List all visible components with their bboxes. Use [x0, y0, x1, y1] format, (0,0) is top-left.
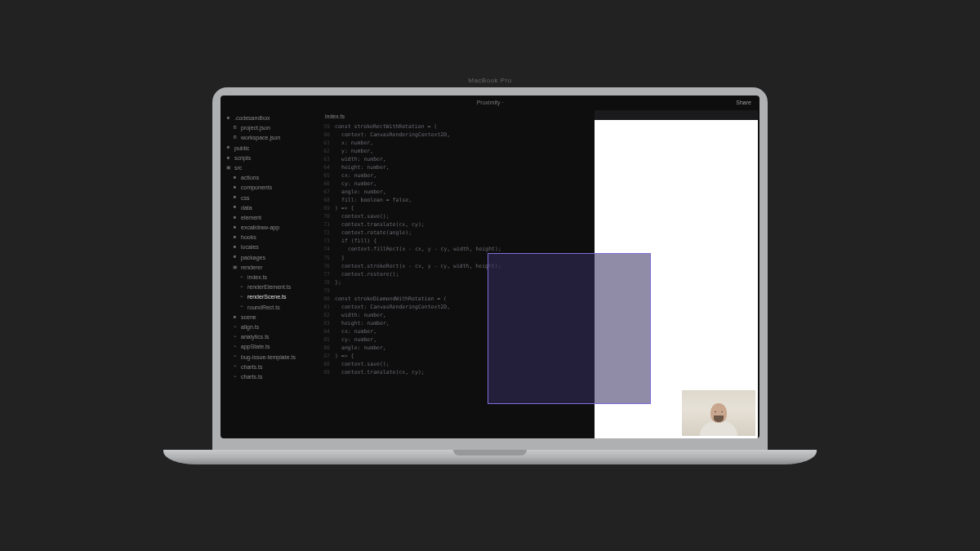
line-number: 70 [318, 212, 335, 220]
code-line[interactable]: 88context.save(); [318, 360, 595, 368]
line-text: const strokeRectWithRotation = ( [335, 122, 437, 131]
file-tree-item[interactable]: ■data [225, 202, 314, 212]
file-tree-item[interactable]: ⌁align.ts [225, 322, 314, 331]
file-tree-label: project.json [241, 123, 270, 132]
code-line[interactable]: 83height: number, [318, 319, 595, 327]
file-tree-item[interactable]: ⌁bug-issue-template.ts [225, 352, 314, 362]
file-tree-item[interactable]: ■scene [225, 312, 314, 322]
file-tree-item[interactable]: 🗎workspace.json [225, 133, 314, 143]
line-text: angle: number, [335, 344, 386, 352]
folder-icon: ■ [232, 255, 238, 260]
file-tree-item[interactable]: ⌁charts.ts [225, 371, 314, 381]
line-number: 79 [318, 287, 335, 295]
file-tree-item[interactable]: ■scripts [225, 153, 314, 162]
file-tree-item[interactable]: ■element [225, 212, 314, 222]
code-line[interactable]: 86angle: number, [318, 344, 595, 352]
code-line[interactable]: 68fill: boolean = false, [318, 196, 595, 204]
file-tree-label: actions [241, 173, 259, 182]
file-tree-item[interactable]: ■public [225, 143, 314, 153]
code-lines[interactable]: 59const strokeRectWithRotation = (60cont… [318, 122, 595, 377]
code-line[interactable]: 69) => { [318, 204, 595, 212]
file-tree-item[interactable]: ■packages [225, 252, 314, 262]
file-tree-label: packages [241, 253, 265, 262]
code-line[interactable]: 76context.strokeRect(x - cx, y - cy, wid… [318, 262, 595, 270]
code-line[interactable]: 59const strokeRectWithRotation = ( [318, 122, 595, 131]
line-text: context.strokeRect(x - cx, y - cy, width… [335, 262, 501, 270]
line-number: 59 [318, 122, 335, 131]
file-tree-item[interactable]: ■css [225, 193, 314, 202]
code-line[interactable]: 70context.save(); [318, 212, 595, 220]
line-number: 82 [318, 311, 335, 319]
code-line[interactable]: 60context: CanvasRenderingContext2D, [318, 131, 595, 139]
code-line[interactable]: 77context.restore(); [318, 270, 595, 278]
file-tree-item[interactable]: ■components [225, 183, 314, 193]
code-line[interactable]: 81context: CanvasRenderingContext2D, [318, 303, 595, 311]
file-tree-item[interactable]: ▣renderer [225, 262, 314, 272]
file-tree-item[interactable]: ⌁analytics.ts [225, 332, 314, 342]
file-tree-item[interactable]: ⌁charts.ts [225, 362, 314, 371]
line-number: 68 [318, 196, 335, 204]
code-line[interactable]: 61x: number, [318, 139, 595, 147]
line-number: 76 [318, 262, 335, 270]
code-line[interactable]: 65cx: number, [318, 171, 595, 180]
code-line[interactable]: 73if (fill) { [318, 237, 595, 245]
line-text: context.translate(cx, cy); [335, 220, 425, 229]
code-line[interactable]: 89context.translate(cx, cy); [318, 368, 595, 376]
line-number: 61 [318, 139, 335, 147]
share-button[interactable]: Share [702, 100, 751, 105]
code-line[interactable]: 63width: number, [318, 155, 595, 163]
file-tree-item[interactable]: 🗎project.json [225, 123, 314, 133]
folder-icon: ■ [232, 195, 238, 201]
ts-file-icon: ⌁ [232, 374, 238, 380]
file-tree-item[interactable]: ■hooks [225, 233, 314, 242]
file-tree-item[interactable]: ■.codesandbox [225, 113, 314, 123]
project-title[interactable]: Proximity · [278, 100, 702, 105]
file-tree-item[interactable]: ⌁renderElement.ts [225, 282, 314, 292]
file-tree-item[interactable]: ■excalidraw-app [225, 223, 314, 233]
code-line[interactable]: 75} [318, 254, 595, 262]
file-tree-item[interactable]: ⌁appState.ts [225, 342, 314, 352]
file-tree-label: charts.ts [241, 362, 262, 371]
file-tree-item[interactable]: ⌁index.ts [225, 273, 314, 282]
line-text: context.fillRect(x - cx, y - cy, width, … [335, 245, 501, 253]
ts-file-icon: ⌁ [238, 294, 244, 300]
code-line[interactable]: 67angle: number, [318, 188, 595, 196]
file-tree-label: locales [241, 242, 259, 251]
code-line[interactable]: 74context.fillRect(x - cx, y - cy, width… [318, 245, 595, 253]
file-tree-label: renderer [241, 263, 262, 272]
code-line[interactable]: 71context.translate(cx, cy); [318, 220, 595, 229]
file-tree-item[interactable]: ▣src [225, 162, 314, 172]
line-number: 80 [318, 295, 335, 303]
file-tree-label: charts.ts [241, 372, 262, 381]
line-text: context.save(); [335, 212, 390, 220]
code-line[interactable]: 64height: number, [318, 163, 595, 171]
video-pip[interactable] [682, 390, 755, 436]
code-line[interactable]: 72context.rotate(angle); [318, 229, 595, 237]
file-explorer[interactable]: ■.codesandbox🗎project.json🗎workspace.jso… [220, 110, 318, 438]
line-text: width: number, [335, 155, 386, 163]
line-number: 78 [318, 278, 335, 287]
code-line[interactable]: 62y: number, [318, 147, 595, 155]
file-tree-label: bug-issue-template.ts [241, 353, 296, 362]
code-line[interactable]: 78}; [318, 278, 595, 287]
file-tree-item[interactable]: ⌁roundRect.ts [225, 302, 314, 312]
code-line[interactable]: 79 [318, 287, 595, 295]
file-tree-item[interactable]: ■locales [225, 242, 314, 252]
code-line[interactable]: 80const strokeDiamondWithRotation = ( [318, 295, 595, 303]
file-tree-item[interactable]: ⌁renderScene.ts [225, 292, 314, 302]
line-text: fill: boolean = false, [335, 196, 412, 204]
code-line[interactable]: 82width: number, [318, 311, 595, 319]
folder-icon: ■ [232, 175, 238, 180]
editor-tab[interactable]: index.ts [318, 113, 595, 122]
folder-icon: ■ [225, 115, 231, 121]
code-line[interactable]: 66cy: number, [318, 180, 595, 188]
file-tree-item[interactable]: ■actions [225, 173, 314, 183]
preview-canvas[interactable] [595, 120, 758, 438]
ts-file-icon: ⌁ [238, 284, 244, 290]
code-line[interactable]: 87) => { [318, 352, 595, 360]
code-line[interactable]: 85cy: number, [318, 335, 595, 344]
code-line[interactable]: 84cx: number, [318, 327, 595, 335]
file-tree-label: data [241, 203, 252, 212]
code-editor[interactable]: index.ts 59const strokeRectWithRotation … [318, 110, 595, 438]
preview-toolbar[interactable] [595, 110, 758, 120]
